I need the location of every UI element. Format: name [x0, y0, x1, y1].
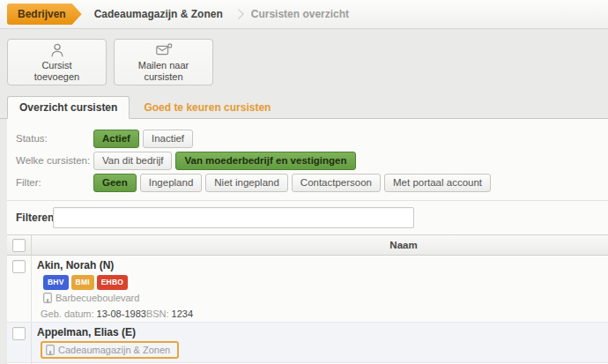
row-checkbox[interactable]	[12, 327, 26, 340]
tab-overzicht-cursisten[interactable]: Overzicht cursisten	[7, 96, 130, 119]
company-name: Cadeaumagazijn & Zonen	[58, 345, 170, 355]
filter-row: Status:ActiefInactief	[16, 129, 599, 148]
breadcrumb-item-bedrijven[interactable]: Bedrijven	[7, 4, 82, 25]
filter-label: Filter:	[16, 177, 93, 188]
table-header: Naam	[7, 234, 608, 256]
certificate-badge: EHBO	[97, 275, 128, 290]
person-icon	[48, 41, 67, 59]
mail-cursisten-label: Mailen naar cursisten	[127, 60, 201, 83]
search-label: Filteren	[16, 212, 53, 224]
badge-list: BHVBMIEHBO	[43, 274, 601, 290]
content-panel: Status:ActiefInactiefWelke cursisten:Van…	[7, 119, 608, 364]
filter-row: Filter:GeenIngeplandNiet ingeplandContac…	[16, 173, 599, 192]
row-cell: Akin, Norah (N)BHVBMIEHBOBarbecuebouleva…	[32, 256, 608, 322]
breadcrumb-item-current: Cursisten overzicht	[251, 8, 349, 20]
table-row[interactable]: Akin, Norah (N)BHVBMIEHBOBarbecuebouleva…	[7, 256, 608, 323]
cursist-name: Akin, Norah (N)	[37, 259, 601, 272]
company-name: Barbecueboulevard	[56, 293, 139, 303]
filter-option[interactable]: Van moederbedrijf en vestigingen	[175, 152, 355, 170]
row-checkbox-cell	[7, 323, 32, 362]
toolbar: Cursist toevoegen Mailen naar cursisten	[0, 29, 608, 85]
row-checkbox[interactable]	[12, 260, 26, 273]
column-header-naam[interactable]: Naam	[32, 235, 608, 255]
detail-label: Geb. datum:	[41, 308, 97, 319]
building-icon	[46, 345, 55, 355]
filter-option[interactable]: Actief	[93, 130, 139, 148]
filter-label: Welke cursisten:	[16, 155, 93, 166]
cursist-name: Appelman, Elias (E)	[37, 326, 601, 339]
certificate-badge: BHV	[43, 275, 69, 290]
building-icon	[43, 293, 52, 303]
filter-option[interactable]: Niet ingepland	[205, 174, 288, 192]
detail-value: 13-08-1983	[97, 308, 146, 319]
certificate-badge: BMI	[71, 275, 94, 290]
company-line: Cadeaumagazijn & Zonen	[41, 341, 179, 359]
chevron-right-icon	[234, 9, 243, 19]
add-cursist-button[interactable]: Cursist toevoegen	[7, 39, 107, 85]
filter-option[interactable]: Geen	[93, 174, 137, 192]
mail-icon	[153, 41, 174, 59]
breadcrumb: Bedrijven Cadeaumagazijn & Zonen Cursist…	[0, 0, 608, 29]
cursisten-list: Akin, Norah (N)BHVBMIEHBOBarbecuebouleva…	[7, 256, 608, 364]
select-all-checkbox[interactable]	[12, 239, 26, 252]
table-row[interactable]: Appelman, Elias (E)Cadeaumagazijn & Zone…	[7, 323, 608, 363]
search-row: Filteren	[7, 200, 608, 234]
filter-row: Welke cursisten:Van dit bedrijfVan moede…	[16, 151, 599, 170]
select-all-cell	[7, 235, 32, 255]
filter-option[interactable]: Van dit bedrijf	[93, 152, 172, 170]
row-cell: Appelman, Elias (E)Cadeaumagazijn & Zone…	[32, 323, 608, 362]
filter-input[interactable]	[53, 207, 414, 228]
filter-section: Status:ActiefInactiefWelke cursisten:Van…	[7, 119, 608, 200]
filter-option[interactable]: Ingepland	[140, 174, 203, 192]
company-line: Barbecueboulevard	[43, 293, 139, 303]
row-checkbox-cell	[7, 256, 32, 322]
mail-cursisten-button[interactable]: Mailen naar cursisten	[114, 39, 213, 85]
filter-option[interactable]: Met portaal account	[384, 174, 491, 192]
detail-value: 1234	[172, 308, 193, 319]
filter-option[interactable]: Inactief	[143, 130, 193, 148]
breadcrumb-item-company[interactable]: Cadeaumagazijn & Zonen	[94, 8, 223, 20]
tab-bar: Overzicht cursisten Goed te keuren cursi…	[0, 98, 608, 119]
add-cursist-label: Cursist toevoegen	[20, 60, 94, 83]
detail-label: BSN:	[146, 308, 172, 319]
filter-option[interactable]: Contactpersoon	[292, 174, 381, 192]
tab-goed-te-keuren-cursisten[interactable]: Goed te keuren cursisten	[130, 97, 285, 118]
detail-line: Geb. datum: 13-08-1983BSN: 1234	[41, 308, 601, 319]
filter-label: Status:	[16, 133, 93, 144]
